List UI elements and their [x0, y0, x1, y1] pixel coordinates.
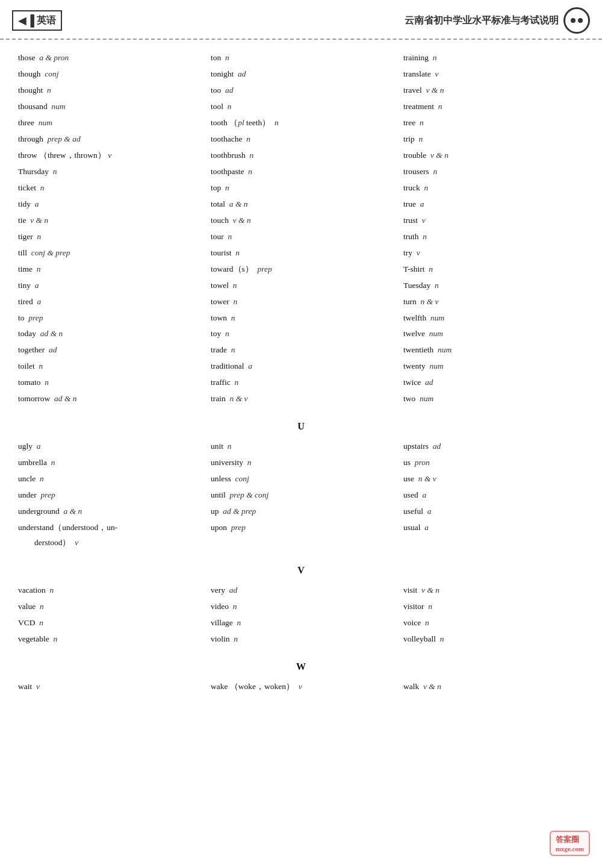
list-item: understand（understood，un- derstood） v — [18, 520, 199, 551]
left-eye — [571, 18, 576, 23]
list-item: toilet n — [18, 359, 199, 374]
w-col2: wake （woke，woken） v — [211, 679, 391, 695]
main-content: those a & pron though conj thought n tho… — [0, 51, 602, 695]
list-item: until prep & conj — [211, 488, 391, 503]
list-item: trade n — [211, 343, 391, 358]
u-section-header: U — [18, 421, 584, 432]
list-item: vacation n — [18, 583, 199, 598]
header-right: 云南省初中学业水平标准与考试说明 — [405, 7, 590, 34]
list-item: true a — [403, 197, 584, 212]
v-col2: very ad video n village n violin n — [211, 583, 391, 647]
list-item: through prep & ad — [18, 132, 199, 147]
list-item: tree n — [403, 116, 584, 131]
list-item: though conj — [18, 67, 199, 82]
list-item: ton n — [211, 51, 391, 66]
list-item: time n — [18, 262, 199, 277]
list-item: truck n — [403, 181, 584, 196]
list-item: VCD n — [18, 616, 199, 631]
list-item: top n — [211, 181, 391, 196]
list-item: wait v — [18, 679, 199, 695]
list-item: train n & v — [211, 392, 391, 407]
header: ◀▐ 英语 云南省初中学业水平标准与考试说明 — [0, 0, 602, 40]
list-item: vegetable n — [18, 632, 199, 647]
list-item: volleyball n — [403, 632, 584, 647]
list-item: travel v & n — [403, 83, 584, 98]
list-item: twentieth num — [403, 343, 584, 358]
list-item: those a & pron — [18, 51, 199, 66]
list-item: tour n — [211, 229, 391, 245]
list-item: training n — [403, 51, 584, 66]
list-item: wake （woke，woken） v — [211, 679, 391, 695]
list-item: ticket n — [18, 181, 199, 196]
list-item: two num — [403, 392, 584, 407]
list-item: toothpaste n — [211, 164, 391, 180]
header-subject: 英语 — [37, 14, 56, 27]
list-item: us pron — [403, 455, 584, 470]
list-item: tired a — [18, 295, 199, 310]
list-item: till conj & prep — [18, 246, 199, 261]
u-word-section: ugly a umbrella n uncle n under prep und… — [18, 439, 584, 551]
list-item: toothbrush n — [211, 148, 391, 163]
list-item: tidy a — [18, 197, 199, 212]
list-item: village n — [211, 616, 391, 631]
list-item: twelfth num — [403, 311, 584, 326]
list-item: use n & v — [403, 472, 584, 487]
list-item: visit v & n — [403, 583, 584, 598]
list-item: touch v & n — [211, 213, 391, 228]
list-item: total a & n — [211, 197, 391, 212]
list-item: under prep — [18, 488, 199, 503]
list-item: too ad — [211, 83, 391, 98]
list-item: value n — [18, 599, 199, 614]
t-col3: training n translate v travel v & n trea… — [403, 51, 584, 407]
header-left: ◀▐ 英语 — [12, 10, 62, 31]
list-item: together ad — [18, 343, 199, 358]
list-item: truth n — [403, 229, 584, 245]
list-item: visitor n — [403, 599, 584, 614]
list-item: tonight ad — [211, 67, 391, 82]
v-word-section: vacation n value n VCD n vegetable n ver… — [18, 583, 584, 647]
list-item: tomato n — [18, 375, 199, 390]
watermark-line1: 答案圈 — [556, 834, 584, 845]
list-item: tool n — [211, 99, 391, 114]
list-item: up ad & prep — [211, 504, 391, 519]
list-item: tooth （pl teeth） n — [211, 116, 391, 131]
w-col1: wait v — [18, 679, 199, 695]
list-item: twice ad — [403, 375, 584, 390]
speaker-icon: ◀▐ — [18, 14, 34, 27]
w-word-section: wait v wake （woke，woken） v walk v & n — [18, 679, 584, 695]
list-item: unless conj — [211, 472, 391, 487]
list-item: trip n — [403, 132, 584, 147]
list-item: to prep — [18, 311, 199, 326]
t-col1: those a & pron though conj thought n tho… — [18, 51, 199, 407]
u-col2: unit n university n unless conj until pr… — [211, 439, 391, 551]
list-item: translate v — [403, 67, 584, 82]
list-item: toward（s） prep — [211, 262, 391, 277]
list-item: toothache n — [211, 132, 391, 147]
list-item: Tuesday n — [403, 278, 584, 293]
list-item: traditional a — [211, 359, 391, 374]
watermark: 答案圈 mxge.com — [550, 831, 590, 856]
list-item: underground a & n — [18, 504, 199, 519]
list-item: very ad — [211, 583, 391, 598]
list-item: university n — [211, 455, 391, 470]
list-item: voice n — [403, 616, 584, 631]
list-item: traffic n — [211, 375, 391, 390]
w-col3: walk v & n — [403, 679, 584, 695]
eyes — [571, 18, 583, 23]
list-item: upstairs ad — [403, 439, 584, 454]
list-item: umbrella n — [18, 455, 199, 470]
list-item: thought n — [18, 83, 199, 98]
v-col1: vacation n value n VCD n vegetable n — [18, 583, 199, 647]
list-item: town n — [211, 311, 391, 326]
list-item: useful a — [403, 504, 584, 519]
watermark-box: 答案圈 mxge.com — [550, 831, 590, 856]
header-book-title: 云南省初中学业水平标准与考试说明 — [405, 14, 559, 27]
list-item: tower n — [211, 295, 391, 310]
u-col3: upstairs ad us pron use n & v used a use… — [403, 439, 584, 551]
list-item: three num — [18, 116, 199, 131]
list-item: unit n — [211, 439, 391, 454]
list-item: towel n — [211, 278, 391, 293]
list-item: tiger n — [18, 229, 199, 245]
v-col3: visit v & n visitor n voice n volleyball… — [403, 583, 584, 647]
list-item: tomorrow ad & n — [18, 392, 199, 407]
